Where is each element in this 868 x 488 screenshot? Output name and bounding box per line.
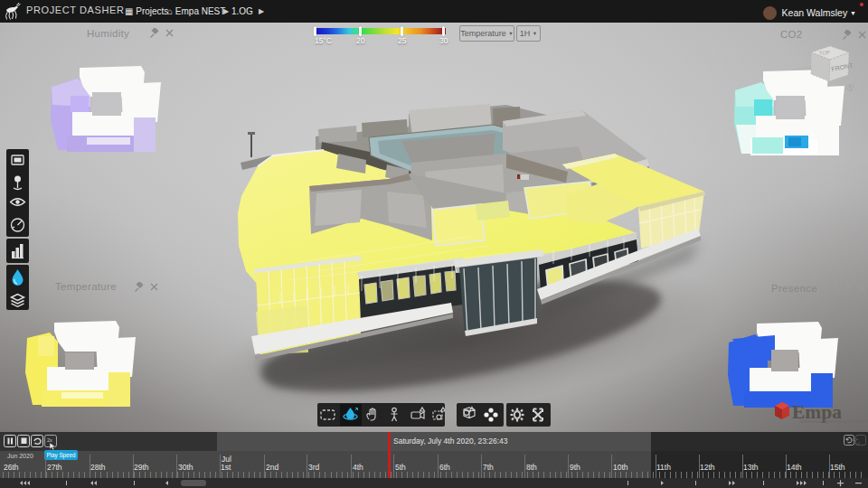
svg-text:2x: 2x: [47, 437, 52, 443]
svg-text:Materials Science and Technolo: Materials Science and Technology: [799, 418, 868, 424]
svg-text:S: S: [845, 82, 856, 94]
svg-text:TOP: TOP: [819, 50, 831, 56]
